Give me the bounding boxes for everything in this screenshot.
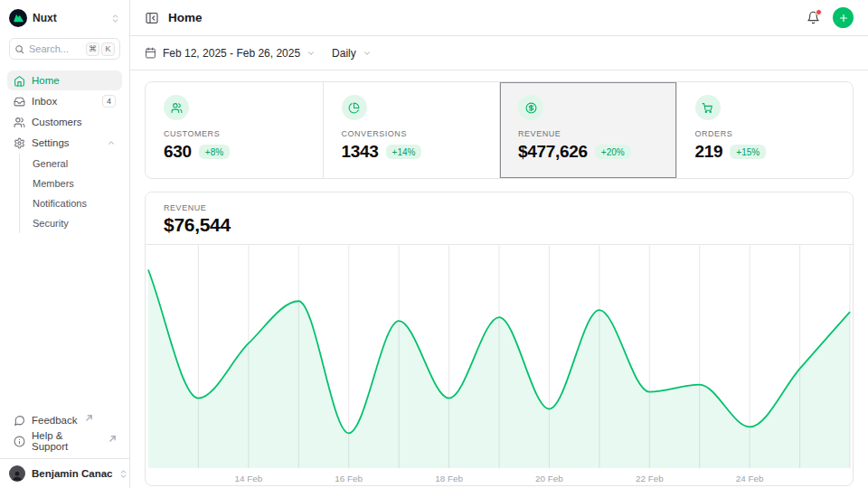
sidebar-footer-links: Feedback Help & Support bbox=[0, 403, 129, 458]
help-support-link[interactable]: Help & Support bbox=[7, 431, 122, 451]
sidebar-spacer bbox=[0, 240, 129, 403]
gear-icon bbox=[14, 137, 25, 149]
chat-bubble-icon bbox=[14, 415, 25, 427]
nuxt-logo-icon bbox=[9, 9, 27, 27]
add-button[interactable] bbox=[833, 7, 854, 28]
stat-value: $477,626 bbox=[518, 142, 588, 162]
sidebar-item-label: Settings bbox=[32, 137, 70, 148]
search-input[interactable]: ⌘ K bbox=[9, 38, 120, 60]
main-panel: Home Feb 12, 2025 - Feb 26, 2025 Daily bbox=[130, 0, 868, 488]
users-icon bbox=[164, 95, 189, 120]
stat-delta-badge: +15% bbox=[730, 145, 766, 159]
search-icon bbox=[14, 44, 24, 54]
sidebar-item-inbox[interactable]: Inbox 4 bbox=[7, 91, 122, 111]
chart-label: REVENUE bbox=[164, 203, 835, 212]
chevron-up-down-icon bbox=[118, 469, 128, 479]
filter-toolbar: Feb 12, 2025 - Feb 26, 2025 Daily bbox=[130, 36, 868, 70]
workspace-selector[interactable]: Nuxt bbox=[0, 0, 129, 31]
users-icon bbox=[14, 117, 25, 128]
stat-label: CONVERSIONS bbox=[342, 129, 482, 138]
stat-card-orders[interactable]: ORDERS 219 +15% bbox=[676, 82, 854, 178]
stat-delta-badge: +20% bbox=[595, 145, 631, 159]
topbar: Home bbox=[130, 0, 868, 36]
search-field[interactable] bbox=[29, 43, 76, 54]
sidebar-item-customers[interactable]: Customers bbox=[7, 112, 122, 132]
stat-delta-badge: +8% bbox=[199, 145, 230, 159]
user-menu[interactable]: Benjamin Canac bbox=[0, 458, 129, 488]
avatar bbox=[9, 465, 25, 482]
stat-value: 1343 bbox=[342, 142, 379, 162]
sidebar-item-label: Home bbox=[32, 75, 60, 86]
help-support-label: Help & Support bbox=[32, 430, 101, 452]
submenu-item-security[interactable]: Security bbox=[20, 213, 122, 233]
chevron-up-icon bbox=[107, 138, 116, 147]
submenu-item-general[interactable]: General bbox=[20, 154, 122, 174]
stat-delta-badge: +14% bbox=[386, 145, 422, 159]
x-axis-labels: 14 Feb16 Feb18 Feb20 Feb22 Feb24 Feb bbox=[234, 474, 764, 483]
stat-label: REVENUE bbox=[518, 129, 658, 138]
kbd-cmd: ⌘ bbox=[86, 42, 99, 56]
notification-dot bbox=[816, 9, 822, 15]
chevron-up-down-icon bbox=[110, 14, 120, 23]
sidebar-item-settings[interactable]: Settings bbox=[7, 133, 122, 153]
submenu-item-members[interactable]: Members bbox=[20, 174, 122, 193]
cart-icon bbox=[695, 95, 721, 120]
dollar-circle-icon bbox=[518, 95, 543, 120]
x-axis-label: 22 Feb bbox=[636, 474, 664, 483]
sidebar-collapse-icon[interactable] bbox=[145, 11, 159, 25]
kbd-k: K bbox=[101, 42, 115, 56]
stat-card-revenue[interactable]: REVENUE $477,626 +20% bbox=[499, 82, 676, 178]
workspace-name: Nuxt bbox=[33, 12, 57, 24]
calendar-icon bbox=[145, 47, 156, 59]
date-range-label: Feb 12, 2025 - Feb 26, 2025 bbox=[163, 47, 300, 60]
settings-submenu: General Members Notifications Security bbox=[19, 154, 122, 233]
chart-total: $76,544 bbox=[164, 214, 835, 236]
topbar-actions bbox=[807, 7, 854, 28]
notifications-button[interactable] bbox=[807, 11, 820, 24]
chart-header: REVENUE $76,544 bbox=[146, 192, 853, 245]
sidebar-item-home[interactable]: Home bbox=[7, 70, 122, 90]
page-title: Home bbox=[168, 11, 203, 24]
x-axis-label: 20 Feb bbox=[535, 474, 563, 483]
granularity-label: Daily bbox=[332, 47, 356, 60]
date-range-picker[interactable]: Feb 12, 2025 - Feb 26, 2025 bbox=[145, 47, 316, 60]
inbox-icon bbox=[14, 96, 25, 108]
sidebar-item-label: Customers bbox=[32, 117, 82, 127]
submenu-item-notifications[interactable]: Notifications bbox=[20, 193, 122, 213]
content: CUSTOMERS 630 +8% CONVERSIONS 1343 +14% bbox=[130, 70, 868, 486]
pie-chart-icon bbox=[342, 95, 367, 120]
user-name: Benjamin Canac bbox=[32, 468, 112, 479]
revenue-chart-card: REVENUE $76,544 14 Feb16 Feb18 Feb20 Feb… bbox=[145, 192, 854, 486]
inbox-count-badge: 4 bbox=[102, 95, 116, 108]
external-link-icon bbox=[109, 436, 116, 442]
x-axis-label: 24 Feb bbox=[736, 474, 764, 483]
stat-card-customers[interactable]: CUSTOMERS 630 +8% bbox=[146, 82, 323, 178]
sidebar-item-label: Inbox bbox=[32, 96, 57, 107]
chevron-down-icon bbox=[363, 49, 372, 58]
stat-value: 630 bbox=[164, 142, 192, 162]
sidebar-nav: Home Inbox 4 Customers Settings Ge bbox=[0, 63, 129, 240]
external-link-icon bbox=[86, 415, 92, 421]
info-circle-icon bbox=[14, 436, 25, 447]
x-axis-label: 18 Feb bbox=[435, 474, 463, 483]
stat-label: CUSTOMERS bbox=[164, 129, 305, 138]
stat-label: ORDERS bbox=[695, 129, 835, 138]
stat-card-conversions[interactable]: CONVERSIONS 1343 +14% bbox=[323, 82, 500, 178]
chevron-down-icon bbox=[307, 49, 316, 58]
sidebar: Nuxt ⌘ K Home Inbox 4 bbox=[0, 0, 130, 488]
stat-value: 219 bbox=[695, 142, 723, 162]
x-axis-label: 16 Feb bbox=[335, 474, 363, 483]
stats-row: CUSTOMERS 630 +8% CONVERSIONS 1343 +14% bbox=[145, 81, 854, 179]
x-axis-label: 14 Feb bbox=[234, 474, 262, 483]
home-icon bbox=[14, 75, 25, 87]
search-shortcut: ⌘ K bbox=[86, 42, 115, 56]
feedback-label: Feedback bbox=[32, 415, 78, 426]
feedback-link[interactable]: Feedback bbox=[7, 410, 122, 430]
granularity-select[interactable]: Daily bbox=[332, 47, 372, 60]
